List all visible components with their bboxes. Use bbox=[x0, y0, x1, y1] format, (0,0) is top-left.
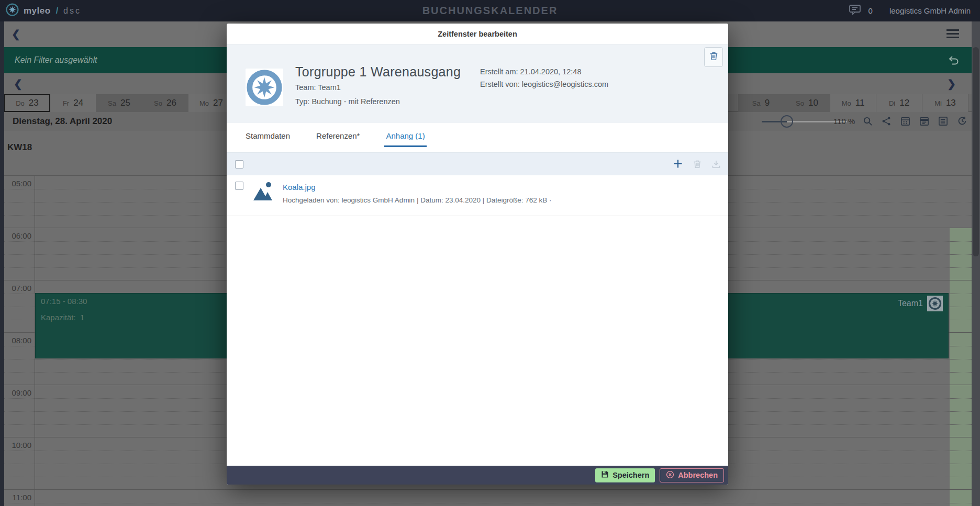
attachment-checkbox[interactable] bbox=[235, 182, 243, 190]
share-icon[interactable] bbox=[882, 116, 892, 126]
next-chevron-icon[interactable]: ❯ bbox=[947, 78, 956, 89]
undo-icon[interactable] bbox=[948, 54, 960, 69]
save-floppy-icon bbox=[601, 470, 609, 480]
zoom-slider-handle[interactable] bbox=[781, 115, 793, 128]
created-by: Erstellt von: leogistics@leogistics.com bbox=[480, 80, 608, 88]
current-date-label: Dienstag, 28. April 2020 bbox=[13, 116, 112, 127]
cancel-circle-x-icon bbox=[666, 470, 674, 480]
top-bar: BUCHUNGSKALENDER myleo / dsc 0 leogistic… bbox=[0, 0, 980, 21]
trash-icon bbox=[709, 51, 719, 63]
download-icon[interactable] bbox=[711, 159, 721, 171]
select-all-checkbox[interactable] bbox=[235, 160, 243, 168]
attachment-row[interactable]: Koala.jpg Hochgeladen von: leogistics Gm… bbox=[227, 175, 728, 216]
cancel-button[interactable]: Abbrechen bbox=[660, 468, 724, 482]
tab-stammdaten[interactable]: Stammdaten bbox=[244, 123, 292, 147]
week-number-label: KW18 bbox=[7, 142, 32, 153]
back-chevron-icon[interactable]: ❮ bbox=[12, 29, 20, 39]
tab-referenzen[interactable]: Referenzen* bbox=[315, 123, 361, 147]
plus-icon[interactable] bbox=[673, 159, 683, 171]
vertical-scrollbar[interactable] bbox=[972, 21, 980, 506]
dialog-title: Zeitfenster bearbeiten bbox=[227, 24, 728, 44]
dialog-footer: Speichern Abbrechen bbox=[227, 466, 728, 485]
page-title: BUCHUNGSKALENDER bbox=[0, 5, 980, 17]
team-badge-icon bbox=[927, 296, 943, 311]
time-label: 11:00 bbox=[4, 493, 31, 502]
date-cell-sa25[interactable]: Sa25 bbox=[96, 94, 142, 112]
search-icon[interactable] bbox=[863, 116, 873, 126]
chat-count-badge: 0 bbox=[868, 6, 873, 15]
hour-row-1100[interactable]: 11:00 bbox=[4, 489, 972, 506]
date-cell-fr24[interactable]: Fr24 bbox=[50, 94, 96, 112]
date-cell-do23[interactable]: Do23 bbox=[4, 94, 50, 112]
filter-label: Kein Filter ausgewählt bbox=[15, 55, 97, 65]
history-icon[interactable] bbox=[957, 116, 967, 126]
entity-type: Typ: Buchung - mit Referenzen bbox=[295, 97, 400, 106]
created-at: Erstellt am: 21.04.2020, 12:48 bbox=[480, 68, 581, 76]
calendar-toolbar-icons bbox=[863, 116, 967, 126]
dialog-tabs: StammdatenReferenzen*Anhang (1) bbox=[227, 123, 728, 152]
chat-icon[interactable] bbox=[849, 4, 861, 18]
attachment-filename-link[interactable]: Koala.jpg bbox=[283, 183, 316, 192]
image-thumb-icon bbox=[251, 179, 275, 206]
attachment-meta: Hochgeladen von: leogistics GmbH Admin |… bbox=[283, 196, 552, 204]
delete-attachment-icon[interactable] bbox=[693, 159, 702, 171]
time-label: 10:00 bbox=[4, 441, 31, 449]
date-cell-so10[interactable]: So10 bbox=[784, 94, 830, 112]
time-label: 07:00 bbox=[4, 284, 31, 293]
scrollbar-thumb[interactable] bbox=[973, 47, 979, 256]
entity-star-icon bbox=[246, 69, 283, 106]
time-label: 08:00 bbox=[4, 336, 31, 345]
prev-chevron-icon[interactable]: ❮ bbox=[14, 78, 23, 89]
entity-header-section: Torgruppe 1 Warenausgang Team: Team1 Typ… bbox=[227, 44, 728, 123]
left-rail bbox=[0, 21, 4, 506]
date-cell-mi13[interactable]: Mi13 bbox=[922, 94, 968, 112]
calendar-note-icon[interactable] bbox=[919, 116, 929, 126]
entity-name: Torgruppe 1 Warenausgang bbox=[295, 64, 461, 80]
event-team-label: Team1 bbox=[898, 299, 923, 308]
save-button[interactable]: Speichern bbox=[595, 468, 655, 482]
user-menu[interactable]: leogistics GmbH Admin bbox=[889, 6, 971, 15]
calendar-grid-icon[interactable] bbox=[900, 116, 910, 126]
time-label: 09:00 bbox=[4, 388, 31, 397]
zoom-level-label: 110 % bbox=[833, 117, 855, 126]
menu-icon[interactable] bbox=[946, 29, 959, 38]
date-cell-mo11[interactable]: Mo11 bbox=[830, 94, 876, 112]
date-cell-so26[interactable]: So26 bbox=[142, 94, 188, 112]
time-label: 05:00 bbox=[4, 179, 31, 188]
date-cell-di12[interactable]: Di12 bbox=[876, 94, 922, 112]
list-icon[interactable] bbox=[938, 116, 948, 126]
tab-anhang-1[interactable]: Anhang (1) bbox=[384, 123, 426, 147]
application-window: BUCHUNGSKALENDER myleo / dsc 0 leogistic… bbox=[0, 0, 980, 506]
time-label: 06:00 bbox=[4, 231, 31, 240]
delete-timewindow-button[interactable] bbox=[704, 47, 723, 67]
attachment-toolbar bbox=[227, 152, 728, 175]
edit-timewindow-dialog: Zeitfenster bearbeiten Torgruppe 1 Waren… bbox=[227, 24, 728, 485]
date-cell-sa9[interactable]: Sa9 bbox=[738, 94, 784, 112]
topbar-right: 0 leogistics GmbH Admin bbox=[849, 4, 971, 18]
entity-team: Team: Team1 bbox=[295, 83, 341, 92]
